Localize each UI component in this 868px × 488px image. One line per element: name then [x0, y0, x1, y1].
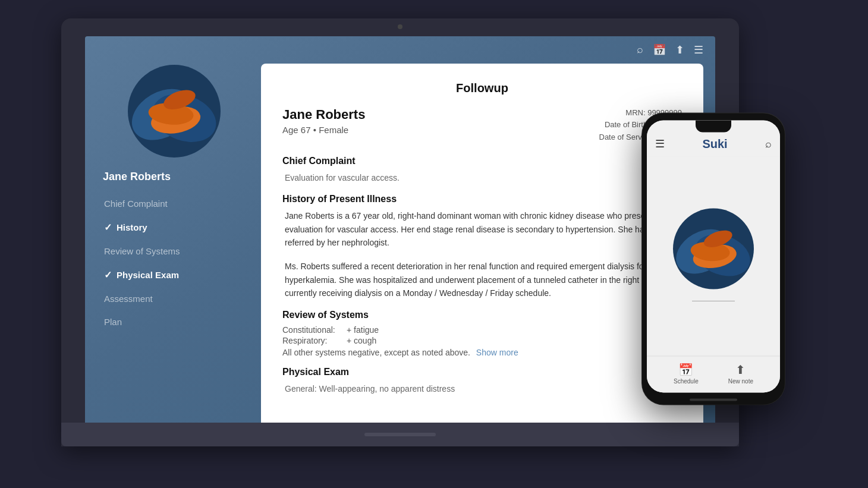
menu-icon[interactable]: ☰ [694, 43, 703, 56]
scene: ⌕ 📅 ⬆ ☰ [0, 0, 868, 488]
phone-logo-area: —————— [647, 156, 780, 355]
sidebar-item-assessment[interactable]: Assessment [97, 288, 251, 310]
physical-exam-heading: Physical Exam [282, 367, 682, 377]
check-icon: ✓ [104, 222, 112, 233]
phone-body: ☰ Suki ⌕ —————— [642, 113, 785, 404]
phone-new-note-icon: ⬆ [735, 362, 746, 376]
laptop-screen: ⌕ 📅 ⬆ ☰ [85, 36, 715, 446]
sidebar: Jane Roberts Chief Complaint ✓ History [97, 64, 251, 435]
check-icon: ✓ [104, 269, 112, 281]
document-panel: Followup Jane Roberts Age 67 • Female [261, 64, 703, 435]
screen-content: ⌕ 📅 ⬆ ☰ [85, 36, 715, 446]
ros-respiratory-value: + cough [347, 336, 376, 345]
phone-menu-icon[interactable]: ☰ [655, 137, 665, 150]
patient-age: Age 67 [282, 125, 311, 135]
chief-complaint-heading: Chief Complaint [282, 156, 682, 166]
physical-exam-text: General: Well-appearing, no apparent dis… [282, 382, 682, 395]
search-icon[interactable]: ⌕ [637, 43, 643, 56]
phone-schedule-label: Schedule [674, 377, 699, 384]
separator: • [313, 125, 319, 135]
ros-respiratory-label: Respiratory: [282, 336, 342, 345]
phone-screen: ☰ Suki ⌕ —————— [647, 120, 780, 392]
phone-nav-schedule[interactable]: 📅 Schedule [674, 362, 699, 384]
app-logo [127, 64, 222, 159]
laptop-camera [398, 24, 402, 29]
sidebar-patient-name: Jane Roberts [97, 171, 171, 183]
ros-constitutional: Constitutional: + fatigue [282, 325, 682, 335]
phone-new-note-label: New note [728, 377, 753, 384]
sidebar-item-label: Plan [104, 317, 122, 327]
sidebar-item-review-of-systems[interactable]: Review of Systems [97, 240, 251, 262]
sidebar-item-label: Assessment [104, 294, 153, 304]
sidebar-item-label: Physical Exam [117, 270, 179, 280]
phone-app-logo [672, 207, 755, 291]
laptop-base [61, 423, 739, 446]
patient-info-left: Jane Roberts Age 67 • Female [282, 107, 365, 144]
sidebar-item-label: History [117, 222, 147, 232]
phone-app-name: Suki [702, 137, 727, 150]
main-area: Jane Roberts Chief Complaint ✓ History [85, 64, 715, 446]
patient-demographics: Age 67 • Female [282, 125, 365, 135]
history-text-1: Jane Roberts is a 67 year old, right-han… [282, 209, 682, 249]
history-heading: History of Present Illness [282, 194, 682, 204]
top-bar: ⌕ 📅 ⬆ ☰ [85, 36, 715, 64]
ros-footer-text: All other systems negative, except as no… [282, 348, 470, 357]
laptop-body: ⌕ 📅 ⬆ ☰ [61, 18, 739, 446]
sidebar-item-plan[interactable]: Plan [97, 311, 251, 333]
sidebar-item-label: Chief Complaint [104, 199, 168, 209]
phone-notch [696, 120, 731, 132]
patient-header: Jane Roberts Age 67 • Female [282, 107, 682, 144]
phone-logo-text: —————— [692, 297, 735, 305]
patient-gender: Female [319, 125, 348, 135]
ros-constitutional-value: + fatigue [347, 325, 379, 335]
sidebar-item-chief-complaint[interactable]: Chief Complaint [97, 193, 251, 215]
nav-list: Chief Complaint ✓ History Review of Syst… [97, 193, 251, 333]
patient-name-document: Jane Roberts [282, 107, 365, 122]
ros-footer: All other systems negative, except as no… [282, 348, 682, 357]
phone-schedule-icon: 📅 [678, 362, 693, 376]
phone-bottom-bar: 📅 Schedule ⬆ New note [647, 355, 780, 392]
phone-search-icon[interactable]: ⌕ [765, 137, 772, 150]
phone-nav-new-note[interactable]: ⬆ New note [728, 362, 753, 384]
ros-respiratory: Respiratory: + cough [282, 336, 682, 345]
document-title: Followup [282, 81, 682, 95]
calendar-icon[interactable]: 📅 [653, 43, 666, 56]
laptop: ⌕ 📅 ⬆ ☰ [61, 18, 739, 470]
ros-heading: Review of Systems [282, 310, 682, 320]
history-text-2: Ms. Roberts suffered a recent deteriorat… [282, 260, 682, 300]
sidebar-item-physical-exam[interactable]: ✓ Physical Exam [97, 263, 251, 286]
chief-complaint-text: Evaluation for vascular access. [282, 171, 682, 184]
upload-icon[interactable]: ⬆ [675, 43, 684, 56]
phone-home-indicator [690, 398, 737, 401]
ros-constitutional-label: Constitutional: [282, 325, 342, 335]
sidebar-item-label: Review of Systems [104, 246, 180, 256]
phone: ☰ Suki ⌕ —————— [642, 113, 785, 404]
sidebar-item-history[interactable]: ✓ History [97, 216, 251, 239]
show-more-button[interactable]: Show more [476, 348, 518, 357]
